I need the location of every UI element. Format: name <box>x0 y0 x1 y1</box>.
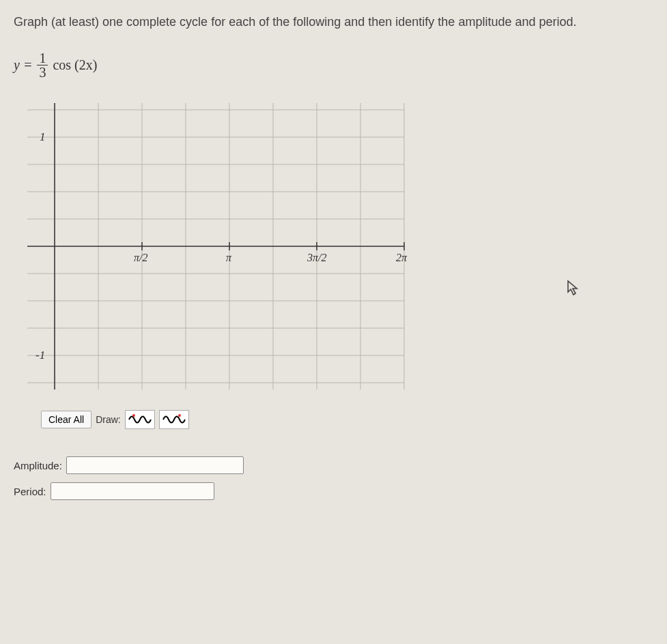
draw-label: Draw: <box>96 414 121 425</box>
equation: y = 1 3 cos (2x) <box>14 51 653 79</box>
svg-point-25 <box>132 414 135 417</box>
svg-point-26 <box>178 414 181 417</box>
x-tick-label: π <box>226 252 232 263</box>
x-tick-label: 2π <box>396 252 408 263</box>
equation-lhs: y = <box>14 57 32 73</box>
equation-rhs: cos (2x) <box>53 57 97 73</box>
period-field[interactable] <box>51 482 214 500</box>
wave-icon <box>162 412 186 427</box>
answers-section: Amplitude: Period: <box>14 456 653 500</box>
y-tick-label: 1 <box>40 130 46 143</box>
draw-tool-wave-1[interactable] <box>125 410 155 429</box>
amplitude-field[interactable] <box>66 456 244 474</box>
clear-all-button[interactable]: Clear All <box>41 411 91 428</box>
x-tick-label: 3π/2 <box>307 252 326 263</box>
graph-controls: Clear All Draw: <box>41 410 653 429</box>
x-tick-label: π/2 <box>134 252 147 263</box>
fraction-denominator: 3 <box>37 65 48 79</box>
graph-canvas[interactable]: 1 -1 π/2 π 3π/2 2π <box>14 96 410 396</box>
equation-fraction: 1 3 <box>37 51 48 79</box>
y-tick-label: -1 <box>36 349 45 362</box>
fraction-numerator: 1 <box>37 51 48 65</box>
cursor-icon <box>567 280 580 299</box>
period-label: Period: <box>14 486 46 497</box>
draw-tool-wave-2[interactable] <box>159 410 189 429</box>
amplitude-label: Amplitude: <box>14 460 62 471</box>
wave-icon <box>128 412 152 427</box>
problem-instructions: Graph (at least) one complete cycle for … <box>14 14 653 31</box>
